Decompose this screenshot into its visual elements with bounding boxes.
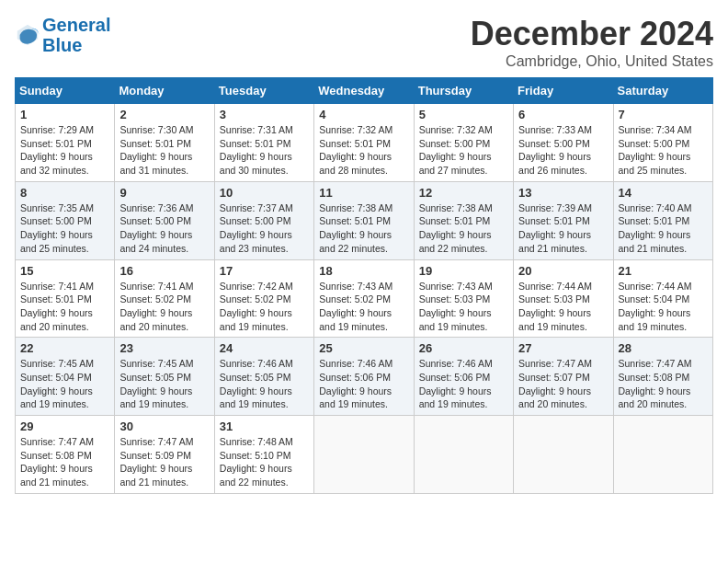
weekday-header-row: SundayMondayTuesdayWednesdayThursdayFrid… [16,78,713,104]
day-detail: Sunrise: 7:47 AMSunset: 5:09 PMDaylight:… [119,436,193,488]
day-detail: Sunrise: 7:46 AMSunset: 5:05 PMDaylight:… [220,358,293,409]
day-detail: Sunrise: 7:45 AMSunset: 5:04 PMDaylight:… [20,358,94,409]
week-row-3: 15 Sunrise: 7:41 AMSunset: 5:01 PMDaylig… [16,259,713,338]
calendar-cell: 27 Sunrise: 7:47 AMSunset: 5:07 PMDaylig… [514,338,613,416]
day-detail: Sunrise: 7:47 AMSunset: 5:08 PMDaylight:… [619,358,692,409]
weekday-friday: Friday [514,78,613,104]
day-detail: Sunrise: 7:41 AMSunset: 5:01 PMDaylight:… [20,281,94,332]
location: Cambridge, Ohio, United States [471,53,713,70]
calendar-cell: 22 Sunrise: 7:45 AMSunset: 5:04 PMDaylig… [16,338,115,416]
calendar-cell [314,416,414,494]
week-row-5: 29 Sunrise: 7:47 AMSunset: 5:08 PMDaylig… [16,416,713,494]
calendar-cell: 19 Sunrise: 7:43 AMSunset: 5:03 PMDaylig… [414,259,513,338]
month-title: December 2024 [471,15,713,53]
calendar-cell [514,416,613,494]
weekday-monday: Monday [115,78,214,104]
title-area: December 2024 Cambridge, Ohio, United St… [471,15,713,70]
calendar-cell [414,416,513,494]
calendar-cell: 16 Sunrise: 7:41 AMSunset: 5:02 PMDaylig… [115,259,214,338]
calendar-cell: 3 Sunrise: 7:31 AMSunset: 5:01 PMDayligh… [214,104,313,182]
calendar-cell [613,416,712,494]
day-number: 9 [119,186,209,200]
calendar-cell: 30 Sunrise: 7:47 AMSunset: 5:09 PMDaylig… [115,416,214,494]
day-number: 26 [419,341,508,355]
week-row-2: 8 Sunrise: 7:35 AMSunset: 5:00 PMDayligh… [16,181,713,259]
day-detail: Sunrise: 7:38 AMSunset: 5:01 PMDaylight:… [419,202,493,254]
calendar-cell: 24 Sunrise: 7:46 AMSunset: 5:05 PMDaylig… [214,338,313,416]
day-detail: Sunrise: 7:47 AMSunset: 5:08 PMDaylight:… [20,436,94,488]
day-detail: Sunrise: 7:47 AMSunset: 5:07 PMDaylight:… [518,358,592,409]
calendar-body: 1 Sunrise: 7:29 AMSunset: 5:01 PMDayligh… [16,104,713,494]
calendar-table: SundayMondayTuesdayWednesdayThursdayFrid… [15,77,713,494]
day-number: 24 [220,341,309,355]
weekday-sunday: Sunday [16,78,115,104]
day-detail: Sunrise: 7:33 AMSunset: 5:00 PMDaylight:… [518,124,592,176]
day-detail: Sunrise: 7:46 AMSunset: 5:06 PMDaylight:… [319,358,392,409]
day-number: 10 [220,186,309,200]
calendar-cell: 7 Sunrise: 7:34 AMSunset: 5:00 PMDayligh… [613,104,712,182]
day-number: 11 [319,186,408,200]
week-row-4: 22 Sunrise: 7:45 AMSunset: 5:04 PMDaylig… [16,338,713,416]
day-detail: Sunrise: 7:43 AMSunset: 5:03 PMDaylight:… [419,281,493,332]
day-number: 13 [518,186,608,200]
day-number: 14 [619,186,708,200]
day-number: 19 [419,264,508,278]
day-detail: Sunrise: 7:39 AMSunset: 5:01 PMDaylight:… [518,202,592,254]
calendar-cell: 29 Sunrise: 7:47 AMSunset: 5:08 PMDaylig… [16,416,115,494]
day-number: 12 [419,186,508,200]
day-detail: Sunrise: 7:44 AMSunset: 5:04 PMDaylight:… [619,281,692,332]
day-number: 25 [319,341,408,355]
day-number: 1 [20,108,109,121]
calendar-cell: 28 Sunrise: 7:47 AMSunset: 5:08 PMDaylig… [613,338,712,416]
day-number: 7 [619,108,708,121]
day-number: 20 [518,264,608,278]
calendar-cell: 25 Sunrise: 7:46 AMSunset: 5:06 PMDaylig… [314,338,414,416]
header: General Blue December 2024 Cambridge, Oh… [15,15,713,70]
day-detail: Sunrise: 7:46 AMSunset: 5:06 PMDaylight:… [419,358,493,409]
day-number: 6 [518,108,608,121]
calendar-cell: 8 Sunrise: 7:35 AMSunset: 5:00 PMDayligh… [16,181,115,259]
day-detail: Sunrise: 7:36 AMSunset: 5:00 PMDaylight:… [119,202,193,254]
calendar-cell: 18 Sunrise: 7:43 AMSunset: 5:02 PMDaylig… [314,259,414,338]
day-detail: Sunrise: 7:31 AMSunset: 5:01 PMDaylight:… [220,124,293,176]
day-detail: Sunrise: 7:37 AMSunset: 5:00 PMDaylight:… [220,202,293,254]
day-number: 3 [220,108,309,121]
day-number: 8 [20,186,109,200]
week-row-1: 1 Sunrise: 7:29 AMSunset: 5:01 PMDayligh… [16,104,713,182]
calendar-cell: 15 Sunrise: 7:41 AMSunset: 5:01 PMDaylig… [16,259,115,338]
calendar-cell: 23 Sunrise: 7:45 AMSunset: 5:05 PMDaylig… [115,338,214,416]
calendar-cell: 9 Sunrise: 7:36 AMSunset: 5:00 PMDayligh… [115,181,214,259]
day-detail: Sunrise: 7:32 AMSunset: 5:00 PMDaylight:… [419,124,493,176]
day-detail: Sunrise: 7:40 AMSunset: 5:01 PMDaylight:… [619,202,692,254]
calendar-cell: 12 Sunrise: 7:38 AMSunset: 5:01 PMDaylig… [414,181,513,259]
day-detail: Sunrise: 7:32 AMSunset: 5:01 PMDaylight:… [319,124,392,176]
calendar-cell: 1 Sunrise: 7:29 AMSunset: 5:01 PMDayligh… [16,104,115,182]
weekday-thursday: Thursday [414,78,513,104]
logo-general: General [42,15,110,35]
calendar-cell: 31 Sunrise: 7:48 AMSunset: 5:10 PMDaylig… [214,416,313,494]
day-detail: Sunrise: 7:48 AMSunset: 5:10 PMDaylight:… [220,436,293,488]
calendar-cell: 10 Sunrise: 7:37 AMSunset: 5:00 PMDaylig… [214,181,313,259]
day-detail: Sunrise: 7:41 AMSunset: 5:02 PMDaylight:… [119,281,193,332]
calendar-cell: 11 Sunrise: 7:38 AMSunset: 5:01 PMDaylig… [314,181,414,259]
day-detail: Sunrise: 7:29 AMSunset: 5:01 PMDaylight:… [20,124,94,176]
calendar-cell: 17 Sunrise: 7:42 AMSunset: 5:02 PMDaylig… [214,259,313,338]
day-number: 27 [518,341,608,355]
day-number: 2 [119,108,209,121]
day-number: 29 [20,419,109,433]
day-detail: Sunrise: 7:38 AMSunset: 5:01 PMDaylight:… [319,202,392,254]
logo-blue: Blue [42,35,82,55]
day-number: 18 [319,264,408,278]
day-detail: Sunrise: 7:43 AMSunset: 5:02 PMDaylight:… [319,281,392,332]
calendar-cell: 4 Sunrise: 7:32 AMSunset: 5:01 PMDayligh… [314,104,414,182]
day-number: 28 [619,341,708,355]
calendar-cell: 20 Sunrise: 7:44 AMSunset: 5:03 PMDaylig… [514,259,613,338]
day-number: 16 [119,264,209,278]
logo: General Blue [15,15,110,55]
day-number: 31 [220,419,309,433]
day-number: 22 [20,341,109,355]
calendar-cell: 13 Sunrise: 7:39 AMSunset: 5:01 PMDaylig… [514,181,613,259]
day-detail: Sunrise: 7:34 AMSunset: 5:00 PMDaylight:… [619,124,692,176]
day-detail: Sunrise: 7:30 AMSunset: 5:01 PMDaylight:… [119,124,193,176]
calendar-cell: 21 Sunrise: 7:44 AMSunset: 5:04 PMDaylig… [613,259,712,338]
